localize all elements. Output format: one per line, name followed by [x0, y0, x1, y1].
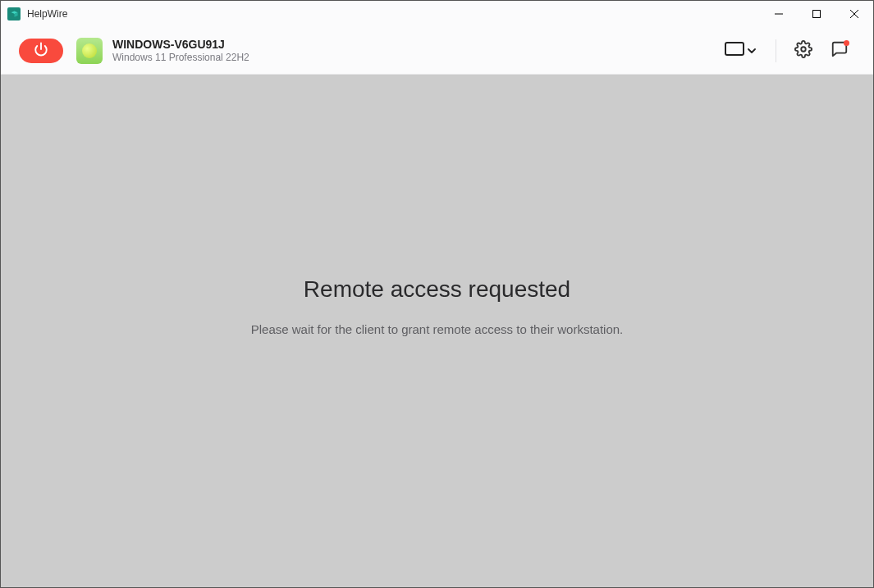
settings-button[interactable] [789, 37, 817, 65]
display-selector-button[interactable] [718, 37, 762, 65]
app-icon [7, 7, 21, 21]
close-button[interactable] [835, 1, 873, 27]
status-subtitle: Please wait for the client to grant remo… [251, 322, 624, 336]
monitor-icon [725, 42, 744, 60]
notification-dot [844, 40, 849, 46]
app-title: HelpWire [27, 8, 67, 20]
titlebar: HelpWire [1, 1, 873, 27]
disconnect-button[interactable] [19, 39, 63, 63]
device-os: Windows 11 Professional 22H2 [112, 52, 249, 65]
main-content: Remote access requested Please wait for … [1, 75, 873, 587]
maximize-button[interactable] [798, 1, 835, 27]
titlebar-left: HelpWire [7, 7, 67, 21]
device-info: WINDOWS-V6GU91J Windows 11 Professional … [76, 37, 249, 65]
toolbar-divider [776, 39, 776, 62]
status-title: Remote access requested [304, 276, 570, 303]
device-name: WINDOWS-V6GU91J [112, 37, 249, 52]
device-avatar [76, 38, 103, 64]
window-controls [760, 1, 873, 27]
svg-point-6 [801, 47, 806, 52]
chevron-down-icon [748, 43, 756, 58]
toolbar-left: WINDOWS-V6GU91J Windows 11 Professional … [19, 37, 249, 65]
chat-button[interactable] [826, 37, 853, 65]
minimize-button[interactable] [760, 1, 798, 27]
svg-rect-1 [813, 11, 821, 18]
toolbar: WINDOWS-V6GU91J Windows 11 Professional … [1, 27, 873, 75]
gear-icon [794, 40, 812, 62]
svg-rect-5 [725, 43, 744, 55]
device-text: WINDOWS-V6GU91J Windows 11 Professional … [112, 37, 249, 65]
power-icon [34, 42, 48, 60]
toolbar-right [718, 37, 853, 65]
